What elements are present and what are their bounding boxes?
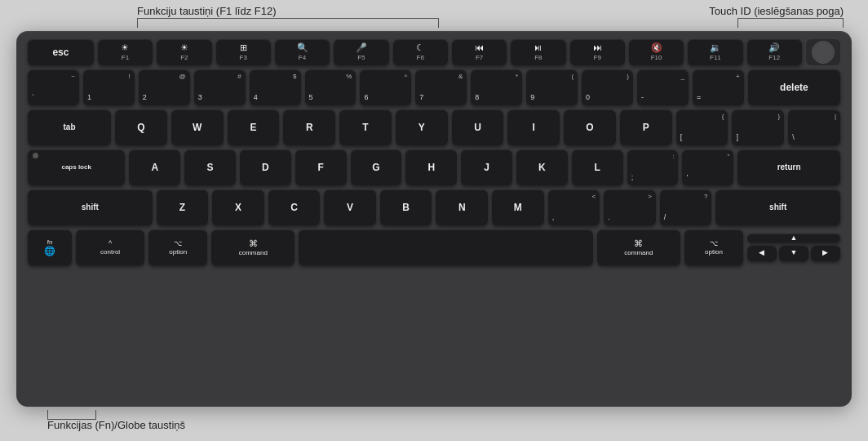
key-f6[interactable]: ☾F6 [393, 39, 448, 65]
key-0[interactable]: )0 [582, 69, 633, 105]
key-f9[interactable]: ⏭F9 [570, 39, 625, 65]
key-fn[interactable]: fn 🌐 [28, 229, 72, 265]
key-semicolon[interactable]: :; [627, 149, 679, 185]
key-s[interactable]: S [184, 149, 236, 185]
key-rbracket[interactable]: }] [732, 109, 784, 145]
arrow-keys: ▲ ◀ ▼ ▶ [747, 234, 840, 261]
key-8[interactable]: *8 [471, 69, 522, 105]
key-arrow-up[interactable]: ▲ [747, 234, 840, 243]
key-r[interactable]: R [283, 109, 335, 145]
key-tab[interactable]: tab [28, 109, 111, 145]
zxcv-row: shift Z X C V B N M <, >. ?/ shift [28, 189, 840, 225]
key-f5[interactable]: 🎤F5 [334, 39, 388, 65]
annotation-bottom-left: Funkcijas (Fn)/Globe taustiņš [47, 419, 185, 431]
key-option-right[interactable]: ⌥ option [684, 229, 743, 265]
key-period[interactable]: >. [604, 189, 656, 225]
key-esc[interactable]: esc [28, 39, 94, 65]
key-c[interactable]: C [268, 189, 321, 225]
key-f1[interactable]: ☀F1 [98, 39, 153, 65]
key-q[interactable]: Q [115, 109, 167, 145]
key-capslock[interactable]: caps lock [28, 149, 125, 185]
key-shift-left[interactable]: shift [28, 189, 153, 225]
key-control[interactable]: ^ control [76, 229, 144, 265]
key-shift-right[interactable]: shift [715, 189, 840, 225]
number-row: ~` !1 @2 #3 $4 %5 ^6 &7 *8 (9 )0 _- += d… [28, 69, 840, 105]
key-touchid[interactable] [806, 39, 840, 65]
bracket-fn-keys [137, 18, 439, 28]
key-a[interactable]: A [129, 149, 180, 185]
key-arrow-left[interactable]: ◀ [747, 245, 777, 261]
key-backtick[interactable]: ~` [28, 69, 79, 105]
key-comma[interactable]: <, [548, 189, 600, 225]
key-f7[interactable]: ⏮F7 [452, 39, 507, 65]
bracket-touchid [737, 18, 844, 28]
key-quote[interactable]: "' [682, 149, 733, 185]
asdf-row: caps lock A S D F G H J K L :; "' return [28, 149, 840, 185]
key-6[interactable]: ^6 [360, 69, 411, 105]
key-command-left[interactable]: ⌘ command [211, 229, 294, 265]
key-f3[interactable]: ⊞F3 [216, 39, 271, 65]
key-f10[interactable]: 🔇F10 [629, 39, 684, 65]
key-p[interactable]: P [620, 109, 672, 145]
key-command-right[interactable]: ⌘ command [597, 229, 680, 265]
key-e[interactable]: E [228, 109, 280, 145]
key-x[interactable]: X [212, 189, 264, 225]
bottom-row: fn 🌐 ^ control ⌥ option ⌘ command ⌘ comm… [28, 229, 840, 265]
key-slash[interactable]: ?/ [660, 189, 712, 225]
key-f11[interactable]: 🔉F11 [688, 39, 742, 65]
key-w[interactable]: W [171, 109, 224, 145]
key-g[interactable]: G [351, 149, 402, 185]
keyboard: esc ☀F1 ☀F2 ⊞F3 🔍F4 🎤F5 ☾F6 ⏮F7 ⏯F8 ⏭F9 … [16, 31, 852, 407]
bracket-fn-globe [47, 410, 96, 420]
key-m[interactable]: M [492, 189, 544, 225]
key-delete[interactable]: delete [748, 69, 840, 105]
key-l[interactable]: L [572, 149, 623, 185]
qwerty-row: tab Q W E R T Y U I O P {[ }] |\ [28, 109, 840, 145]
key-y[interactable]: Y [396, 109, 448, 145]
key-d[interactable]: D [240, 149, 291, 185]
key-j[interactable]: J [461, 149, 512, 185]
key-k[interactable]: K [516, 149, 568, 185]
key-1[interactable]: !1 [83, 69, 135, 105]
key-3[interactable]: #3 [194, 69, 246, 105]
key-9[interactable]: (9 [526, 69, 578, 105]
annotation-top-left: Funkciju taustiņi (F1 līdz F12) [137, 5, 277, 17]
key-f[interactable]: F [295, 149, 347, 185]
key-b[interactable]: B [380, 189, 432, 225]
key-i[interactable]: I [507, 109, 560, 145]
key-f12[interactable]: 🔊F12 [747, 39, 802, 65]
key-equals[interactable]: += [693, 69, 744, 105]
key-7[interactable]: &7 [415, 69, 467, 105]
key-minus[interactable]: _- [637, 69, 689, 105]
function-row: esc ☀F1 ☀F2 ⊞F3 🔍F4 🎤F5 ☾F6 ⏮F7 ⏯F8 ⏭F9 … [28, 39, 840, 65]
key-backslash[interactable]: |\ [788, 109, 840, 145]
key-h[interactable]: H [405, 149, 457, 185]
key-option-left[interactable]: ⌥ option [148, 229, 207, 265]
key-v[interactable]: V [324, 189, 376, 225]
key-arrow-down[interactable]: ▼ [779, 245, 808, 261]
key-lbracket[interactable]: {[ [676, 109, 728, 145]
key-f2[interactable]: ☀F2 [157, 39, 211, 65]
key-t[interactable]: T [339, 109, 392, 145]
key-o[interactable]: O [564, 109, 616, 145]
key-4[interactable]: $4 [250, 69, 301, 105]
key-z[interactable]: Z [157, 189, 209, 225]
key-5[interactable]: %5 [305, 69, 356, 105]
key-u[interactable]: U [452, 109, 504, 145]
key-f8[interactable]: ⏯F8 [511, 39, 565, 65]
touchid-sensor [812, 41, 835, 64]
key-space[interactable] [299, 229, 592, 265]
key-return[interactable]: return [737, 149, 840, 185]
annotation-top-right: Touch ID (ieslēgšanas poga) [709, 5, 844, 17]
key-2[interactable]: @2 [139, 69, 190, 105]
key-arrow-right[interactable]: ▶ [811, 245, 840, 261]
key-n[interactable]: N [436, 189, 488, 225]
key-f4[interactable]: 🔍F4 [275, 39, 330, 65]
